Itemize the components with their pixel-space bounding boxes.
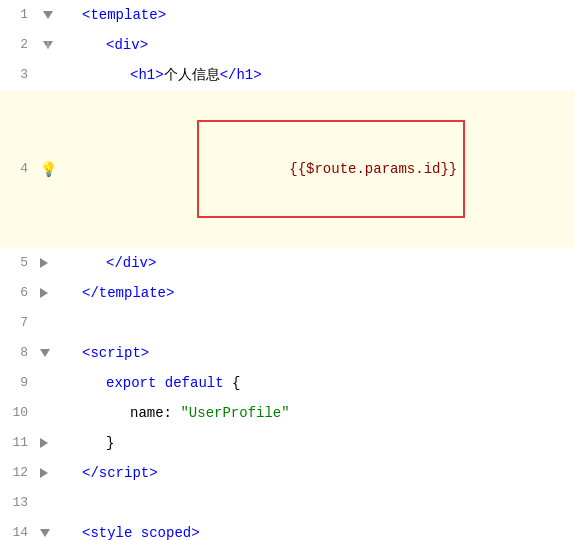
code-line-3: <h1>个人信息</h1> [58, 60, 575, 90]
line-number-8: 8 [0, 338, 38, 368]
line-2: 2 <div> [0, 30, 575, 60]
line-number-5: 5 [0, 248, 38, 278]
fold-icon-6[interactable] [40, 288, 48, 298]
code-line-12: </script> [58, 458, 575, 488]
line-3: 3 <h1>个人信息</h1> [0, 60, 575, 90]
code-line-10: name: "UserProfile" [58, 398, 575, 428]
line-number-6: 6 [0, 278, 38, 308]
code-line-2: <div> [58, 30, 575, 60]
line-number-12: 12 [0, 458, 38, 488]
code-line-4: {{$route.params.id}} [58, 90, 575, 248]
fold-icon-8[interactable] [40, 349, 50, 357]
fold-icon-11[interactable] [40, 438, 48, 448]
code-line-6: </template> [58, 278, 575, 308]
line-5: 5 </div> [0, 248, 575, 278]
line-6: 6 </template> [0, 278, 575, 308]
line-8: 8 <script> [0, 338, 575, 368]
code-editor: 1 <template> 2 <div> 3 <h1>个人信息</h1> 4 [0, 0, 575, 540]
line-12: 12 </script> [0, 458, 575, 488]
line-7: 7 [0, 308, 575, 338]
line-10: 10 name: "UserProfile" [0, 398, 575, 428]
line-13: 13 [0, 488, 575, 518]
line-number-3: 3 [0, 60, 38, 90]
code-line-1: <template> [58, 0, 575, 30]
line-number-9: 9 [0, 368, 38, 398]
line-number-1: 1 [0, 0, 38, 30]
line-number-10: 10 [0, 398, 38, 428]
line-number-7: 7 [0, 308, 38, 338]
line-4: 4 💡 {{$route.params.id}} [0, 90, 575, 248]
code-area: 1 <template> 2 <div> 3 <h1>个人信息</h1> 4 [0, 0, 575, 540]
bulb-icon-4[interactable]: 💡 [40, 161, 57, 178]
line-9: 9 export default { [0, 368, 575, 398]
gutter-1[interactable] [38, 11, 58, 19]
fold-line-2 [48, 41, 49, 49]
gutter-2[interactable] [38, 41, 58, 49]
fold-icon-14[interactable] [40, 529, 50, 537]
code-line-11: } [58, 428, 575, 458]
fold-icon-5[interactable] [40, 258, 48, 268]
code-line-14: <style scoped> [58, 518, 575, 540]
line-1: 1 <template> [0, 0, 575, 30]
line-number-2: 2 [0, 30, 38, 60]
fold-icon-1[interactable] [43, 11, 53, 19]
line-14: 14 <style scoped> [0, 518, 575, 540]
line-number-13: 13 [0, 488, 38, 518]
line-number-14: 14 [0, 518, 38, 540]
line-number-11: 11 [0, 428, 38, 458]
fold-icon-12[interactable] [40, 468, 48, 478]
code-line-9: export default { [58, 368, 575, 398]
code-line-8: <script> [58, 338, 575, 368]
code-line-5: </div> [58, 248, 575, 278]
line-11: 11 } [0, 428, 575, 458]
line-number-4: 4 [0, 154, 38, 184]
